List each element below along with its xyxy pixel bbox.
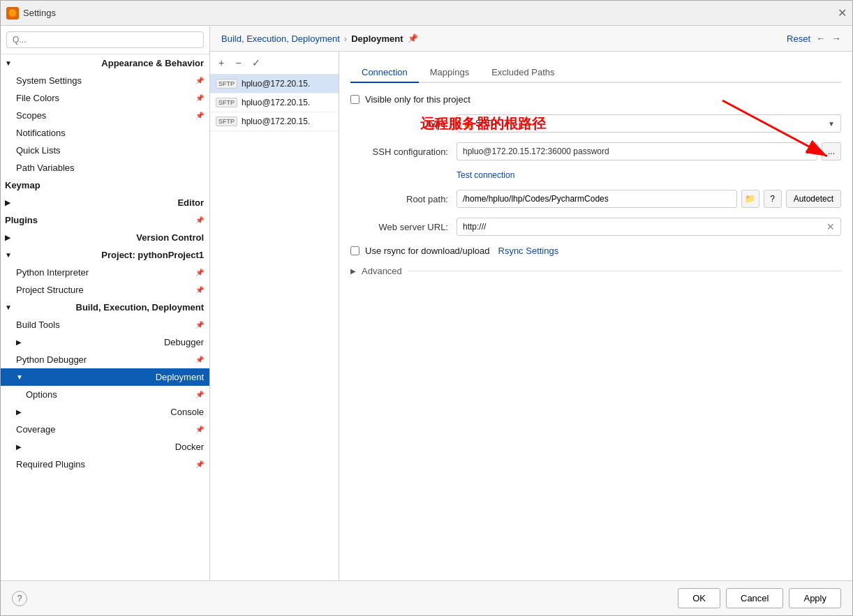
rsync-checkbox[interactable] [350,246,359,255]
visible-only-row: Visible only for this project [350,94,841,105]
web-server-clear-button[interactable]: ✕ [826,221,835,232]
test-connection-link[interactable]: Test connection [457,170,514,180]
sidebar-label-build-tools: Build Tools [16,320,60,330]
web-server-value: http:/// [463,222,826,232]
type-label: Type: [350,119,448,129]
ssh-config-row: SSH configuration: hpluo@172.20.15.172:3… [350,142,841,160]
root-path-folder-button[interactable]: 📁 [741,190,759,208]
add-server-button[interactable]: + [216,56,227,70]
coverage-pin-icon: 📌 [195,426,204,433]
reset-button[interactable]: Reset [787,33,810,44]
cancel-button[interactable]: Cancel [726,588,783,608]
sidebar-label-console: Console [170,407,204,417]
sidebar-item-build-tools[interactable]: Build Tools 📌 [1,316,209,333]
sidebar-item-build-execution[interactable]: ▼ Build, Execution, Deployment [1,299,209,316]
expand-arrow-appearance: ▼ [5,59,12,67]
web-server-label: Web server URL: [350,222,448,232]
sidebar-label-plugins: Plugins [5,215,38,225]
ssh-config-more-button[interactable]: ... [822,142,841,160]
sidebar-item-project-structure[interactable]: Project Structure 📌 [1,281,209,299]
sidebar-item-deployment[interactable]: ▼ Deployment [1,368,209,386]
sidebar-item-python-debugger[interactable]: Python Debugger 📌 [1,351,209,368]
sidebar-item-options[interactable]: Options 📌 [1,386,209,403]
apply-button[interactable]: Apply [789,588,841,608]
expand-arrow-editor: ▶ [5,199,10,206]
sidebar-label-debugger: Debugger [164,337,204,347]
tab-mappings[interactable]: Mappings [419,63,480,83]
expand-arrow-project: ▼ [5,251,12,259]
sidebar-label-project: Project: pythonProject1 [101,250,204,260]
sftp-badge-2: SFTP [216,98,237,107]
sidebar-item-path-variables[interactable]: Path Variables [1,159,209,176]
breadcrumb-current: Deployment [351,33,403,44]
sidebar-item-coverage[interactable]: Coverage 📌 [1,421,209,438]
autodetect-button[interactable]: Autodetect [786,190,841,208]
tabs: Connection Mappings Excluded Paths [350,63,841,83]
sidebar-item-scopes[interactable]: Scopes 📌 [1,107,209,124]
ok-button[interactable]: OK [678,588,720,608]
expand-arrow-debugger: ▶ [16,338,22,346]
sidebar-item-console[interactable]: ▶ Console [1,403,209,421]
tab-excluded-paths[interactable]: Excluded Paths [480,63,565,83]
web-server-row: Web server URL: http:/// ✕ [350,218,841,236]
tab-connection[interactable]: Connection [350,63,419,83]
expand-arrow-build: ▼ [5,303,12,311]
server-name-3: hpluo@172.20.15. [242,117,310,126]
root-path-row: Root path: 📁 ? Autodetect [350,190,841,208]
sidebar-item-file-colors[interactable]: File Colors 📌 [1,89,209,107]
search-input[interactable] [6,31,204,48]
sidebar-label-options: Options [26,389,57,400]
sidebar-label-notifications: Notifications [16,128,66,138]
close-button[interactable]: ✕ [838,6,847,20]
server-entry-3[interactable]: SFTP hpluo@172.20.15. [210,112,339,131]
python-interp-pin-icon: 📌 [195,269,204,276]
breadcrumb-parent[interactable]: Build, Execution, Deployment [221,33,340,44]
sidebar-item-notifications[interactable]: Notifications [1,124,209,142]
scopes-pin-icon: 📌 [195,112,204,119]
forward-button[interactable]: → [831,33,841,44]
check-server-button[interactable]: ✓ [249,56,263,70]
server-list-panel: + − ✓ SFTP hpluo@172.20.15. SFTP hpluo@1… [210,52,339,580]
sidebar-item-python-interpreter[interactable]: Python Interpreter 📌 [1,264,209,281]
sidebar-label-quick-lists: Quick Lists [16,145,61,156]
server-name-1: hpluo@172.20.15. [242,79,310,89]
sidebar-item-required-plugins[interactable]: Required Plugins 📌 [1,456,209,473]
root-path-label: Root path: [350,194,448,204]
sidebar-item-system-settings[interactable]: System Settings 📌 [1,72,209,89]
root-path-help-button[interactable]: ? [764,190,782,208]
advanced-section[interactable]: ▶ Advanced [350,266,841,276]
server-name-2: hpluo@172.20.15. [242,98,310,107]
type-row: Type: 🔒 SFTP ▼ [350,114,841,133]
footer-left: ? [12,591,672,606]
python-debugger-pin-icon: 📌 [195,356,204,363]
sidebar-label-project-structure: Project Structure [16,285,84,295]
ssh-config-label: SSH configuration: [350,147,448,157]
test-connection-row: Test connection [350,170,841,180]
advanced-divider [408,271,841,271]
sftp-type-icon: 🔒 [463,119,473,128]
root-path-control: 📁 ? Autodetect [457,190,841,208]
rsync-settings-link[interactable]: Rsync Settings [498,246,559,256]
sidebar-item-quick-lists[interactable]: Quick Lists [1,142,209,159]
sidebar-item-version-control[interactable]: ▶ Version Control [1,229,209,246]
sidebar-label-required-plugins: Required Plugins [16,459,85,469]
sidebar-item-plugins[interactable]: Plugins 📌 [1,211,209,229]
type-value: SFTP [475,119,828,128]
sidebar-item-project[interactable]: ▼ Project: pythonProject1 [1,246,209,264]
back-button[interactable]: ← [816,33,826,44]
remove-server-button[interactable]: − [232,56,244,70]
sidebar-item-docker[interactable]: ▶ Docker [1,438,209,456]
sidebar-item-appearance[interactable]: ▼ Appearance & Behavior [1,54,209,72]
server-entry-1[interactable]: SFTP hpluo@172.20.15. [210,75,339,93]
advanced-label: Advanced [362,266,402,276]
root-path-input[interactable] [457,190,737,208]
visible-only-checkbox[interactable] [350,95,359,104]
sidebar-item-keymap[interactable]: Keymap [1,176,209,194]
servers-and-content: + − ✓ SFTP hpluo@172.20.15. SFTP hpluo@1… [210,52,852,580]
sidebar-item-editor[interactable]: ▶ Editor [1,194,209,211]
dialog-body: ▼ Appearance & Behavior System Settings … [1,26,852,580]
server-entry-2[interactable]: SFTP hpluo@172.20.15. [210,93,339,112]
ssh-dropdown-icon: ▼ [804,148,811,156]
help-button[interactable]: ? [12,591,27,606]
sidebar-item-debugger[interactable]: ▶ Debugger [1,333,209,351]
